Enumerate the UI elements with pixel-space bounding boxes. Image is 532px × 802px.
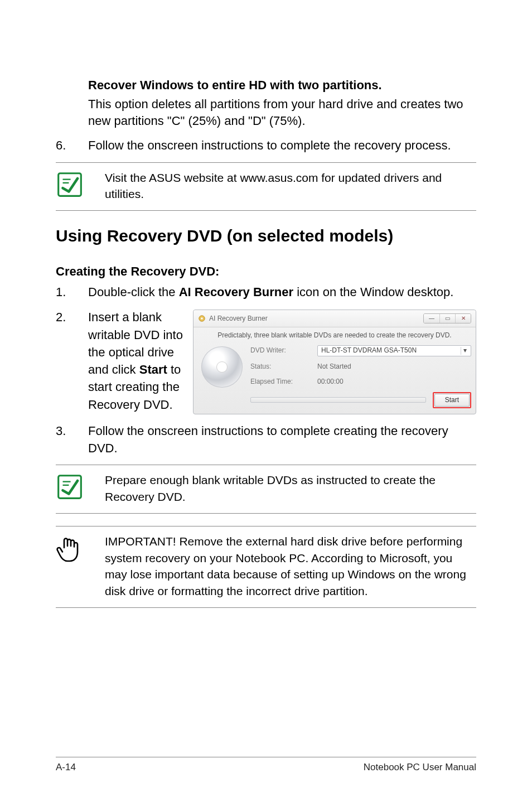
hint-text: Predictably, three blank writable DVDs a… xyxy=(194,327,476,342)
step-number: 3. xyxy=(56,422,88,457)
window-controls: ― ▭ ✕ xyxy=(423,313,471,323)
note-text: Visit the ASUS website at www.asus.com f… xyxy=(105,170,476,203)
option-title: Recover Windows to entire HD with two pa… xyxy=(88,78,476,93)
progress-bar xyxy=(250,397,426,403)
step-text: Follow the onscreen instructions to comp… xyxy=(88,422,476,457)
elapsed-label: Elapsed Time: xyxy=(250,377,312,386)
section-heading: Using Recovery DVD (on selected models) xyxy=(56,226,476,245)
footer-title: Notebook PC User Manual xyxy=(364,762,476,773)
dvd-writer-label: DVD Writer: xyxy=(250,346,312,355)
text-fragment: Double-click the xyxy=(88,285,179,299)
chevron-down-icon: ▾ xyxy=(461,347,468,355)
dvd-writer-select[interactable]: HL-DT-ST DVDRAM GSA-T50N ▾ xyxy=(317,345,471,356)
option-description: This option deletes all partitions from … xyxy=(88,96,476,129)
maximize-button[interactable]: ▭ xyxy=(439,314,455,323)
step-text: Follow the onscreen instructions to comp… xyxy=(88,137,476,154)
important-text: IMPORTANT! Remove the external hard disk… xyxy=(105,533,476,600)
important-box: IMPORTANT! Remove the external hard disk… xyxy=(56,526,476,608)
note-box-blank-dvds: Prepare enough blank writable DVDs as in… xyxy=(56,465,476,514)
status-label: Status: xyxy=(250,362,312,371)
elapsed-value: 00:00:00 xyxy=(317,377,471,386)
text-fragment: icon on the Window desktop. xyxy=(293,285,453,299)
status-value: Not Started xyxy=(317,362,471,371)
step-3: 3. Follow the onscreen instructions to c… xyxy=(56,422,476,457)
step-text: Insert a blank writable DVD into the opt… xyxy=(88,308,183,413)
page-footer: A-14 Notebook PC User Manual xyxy=(56,757,476,773)
subsection-heading: Creating the Recovery DVD: xyxy=(56,264,476,279)
page-number: A-14 xyxy=(56,762,76,773)
note-text: Prepare enough blank writable DVDs as in… xyxy=(105,472,476,505)
disc-icon xyxy=(198,345,246,408)
hand-icon xyxy=(56,534,83,564)
note-icon xyxy=(56,473,84,501)
dvd-writer-value: HL-DT-ST DVDRAM GSA-T50N xyxy=(321,346,417,355)
window-title: AI Recovery Burner xyxy=(209,314,268,323)
note-box-drivers: Visit the ASUS website at www.asus.com f… xyxy=(56,162,476,211)
start-button-highlight: Start xyxy=(433,392,471,408)
bold-text: Start xyxy=(139,363,167,376)
close-button[interactable]: ✕ xyxy=(455,314,471,323)
ai-recovery-burner-window: AI Recovery Burner ― ▭ ✕ Predictably, th… xyxy=(193,310,476,414)
start-button[interactable]: Start xyxy=(434,394,470,407)
step-number: 6. xyxy=(56,137,88,154)
step-number: 1. xyxy=(56,283,88,301)
minimize-button[interactable]: ― xyxy=(424,314,439,323)
step-1: 1. Double-click the AI Recovery Burner i… xyxy=(56,283,476,301)
title-bar: AI Recovery Burner ― ▭ ✕ xyxy=(194,310,476,327)
svg-point-4 xyxy=(201,318,203,320)
step-6: 6. Follow the onscreen instructions to c… xyxy=(56,137,476,154)
note-icon xyxy=(56,171,84,199)
step-2: 2. Insert a blank writable DVD into the … xyxy=(56,308,476,414)
step-text: Double-click the AI Recovery Burner icon… xyxy=(88,283,476,301)
bold-text: AI Recovery Burner xyxy=(179,285,293,299)
app-icon xyxy=(198,315,206,322)
step-number: 2. xyxy=(56,308,88,414)
